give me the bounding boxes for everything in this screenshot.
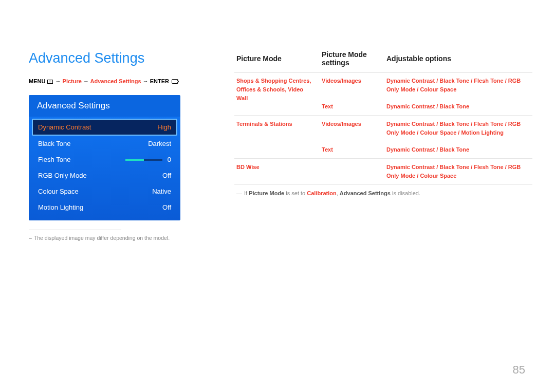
table-header-row: Picture Mode Picture Mode settings Adjus… bbox=[234, 50, 532, 72]
cell-picture-mode: BD Wise bbox=[236, 164, 260, 170]
cell-setting: Text bbox=[322, 103, 333, 109]
cell-setting: Text bbox=[322, 146, 333, 153]
cell-options: Dynamic Contrast / Black Tone / Flesh To… bbox=[386, 78, 521, 92]
breadcrumb: MENU → Picture → Advanced Settings → ENT… bbox=[29, 78, 211, 85]
th-picture-mode-settings: Picture Mode settings bbox=[320, 50, 384, 72]
cell-setting: Videos/Images bbox=[322, 121, 361, 127]
divider bbox=[29, 230, 121, 230]
osd-row-flesh-tone[interactable]: Flesh Tone 0 bbox=[32, 152, 177, 167]
table-row: Terminals & Stations Videos/Images Dynam… bbox=[234, 116, 532, 142]
left-column: Advanced Settings MENU → Picture → Advan… bbox=[29, 50, 211, 242]
th-adjustable-options: Adjustable options bbox=[384, 50, 532, 72]
osd-row-dynamic-contrast[interactable]: Dynamic Contrast High bbox=[32, 119, 177, 136]
osd-value: Off bbox=[162, 172, 171, 179]
osd-label: Colour Space bbox=[38, 188, 79, 195]
cell-options: Dynamic Contrast / Black Tone bbox=[386, 103, 469, 109]
osd-row-motion-lighting[interactable]: Motion Lighting Off bbox=[32, 199, 177, 215]
cell-setting: Videos/Images bbox=[322, 78, 361, 84]
note-prefix: If bbox=[244, 190, 249, 196]
cell-options: Dynamic Contrast / Black Tone / Flesh To… bbox=[386, 164, 521, 179]
options-table: Picture Mode Picture Mode settings Adjus… bbox=[234, 50, 532, 185]
osd-panel: Advanced Settings Dynamic Contrast High … bbox=[29, 95, 180, 220]
osd-body: Dynamic Contrast High Black Tone Darkest… bbox=[29, 117, 180, 220]
dash-icon: – bbox=[29, 235, 32, 241]
osd-value: Native bbox=[152, 188, 171, 195]
osd-value: 0 bbox=[168, 156, 171, 163]
osd-value: High bbox=[157, 123, 171, 131]
breadcrumb-advanced-settings: Advanced Settings bbox=[90, 78, 141, 84]
osd-row-rgb-only-mode[interactable]: RGB Only Mode Off bbox=[32, 167, 177, 183]
breadcrumb-arrow-1: → bbox=[55, 78, 61, 84]
footnote-text: The displayed image may differ depending… bbox=[34, 235, 170, 241]
osd-label: Dynamic Contrast bbox=[38, 123, 91, 131]
osd-row-colour-space[interactable]: Colour Space Native bbox=[32, 183, 177, 199]
dash-icon: ― bbox=[236, 190, 242, 196]
breadcrumb-menu-label: MENU bbox=[29, 78, 45, 84]
page-number: 85 bbox=[513, 363, 525, 377]
table-row: BD Wise Dynamic Contrast / Black Tone / … bbox=[234, 159, 532, 185]
osd-header: Advanced Settings bbox=[29, 95, 180, 117]
cell-options: Dynamic Contrast / Black Tone / Flesh To… bbox=[386, 121, 521, 136]
breadcrumb-arrow-3: → bbox=[143, 78, 149, 84]
osd-label: Black Tone bbox=[38, 140, 70, 147]
note-mid: is set to bbox=[284, 190, 307, 196]
cell-picture-mode: Terminals & Stations bbox=[236, 121, 292, 127]
note-calibration: Calibration bbox=[307, 190, 336, 196]
calibration-note: ―If Picture Mode is set to Calibration, … bbox=[234, 185, 532, 196]
note-advanced-settings: Advanced Settings bbox=[340, 190, 391, 196]
osd-row-black-tone[interactable]: Black Tone Darkest bbox=[32, 136, 177, 152]
breadcrumb-enter-label: ENTER bbox=[150, 78, 169, 84]
cell-picture-mode: Shops & Shopping Centres, Offices & Scho… bbox=[236, 78, 311, 101]
table-row: Shops & Shopping Centres, Offices & Scho… bbox=[234, 72, 532, 99]
breadcrumb-arrow-2: → bbox=[83, 78, 89, 84]
osd-value: Off bbox=[162, 203, 171, 211]
page: Advanced Settings MENU → Picture → Advan… bbox=[0, 0, 555, 392]
breadcrumb-picture: Picture bbox=[63, 78, 82, 84]
th-picture-mode: Picture Mode bbox=[234, 50, 320, 72]
osd-label: RGB Only Mode bbox=[38, 172, 87, 179]
osd-label: Motion Lighting bbox=[38, 203, 83, 211]
footnote: –The displayed image may differ dependin… bbox=[29, 234, 211, 242]
note-suffix: is disabled. bbox=[391, 190, 420, 196]
slider-icon bbox=[125, 159, 162, 161]
note-picture-mode: Picture Mode bbox=[249, 190, 284, 196]
cell-options: Dynamic Contrast / Black Tone bbox=[386, 146, 469, 153]
osd-value: Darkest bbox=[148, 140, 171, 147]
right-column: Picture Mode Picture Mode settings Adjus… bbox=[234, 50, 532, 196]
osd-label: Flesh Tone bbox=[38, 156, 70, 163]
menu-icon bbox=[47, 80, 53, 84]
page-title: Advanced Settings bbox=[29, 50, 211, 66]
enter-icon bbox=[172, 79, 178, 84]
